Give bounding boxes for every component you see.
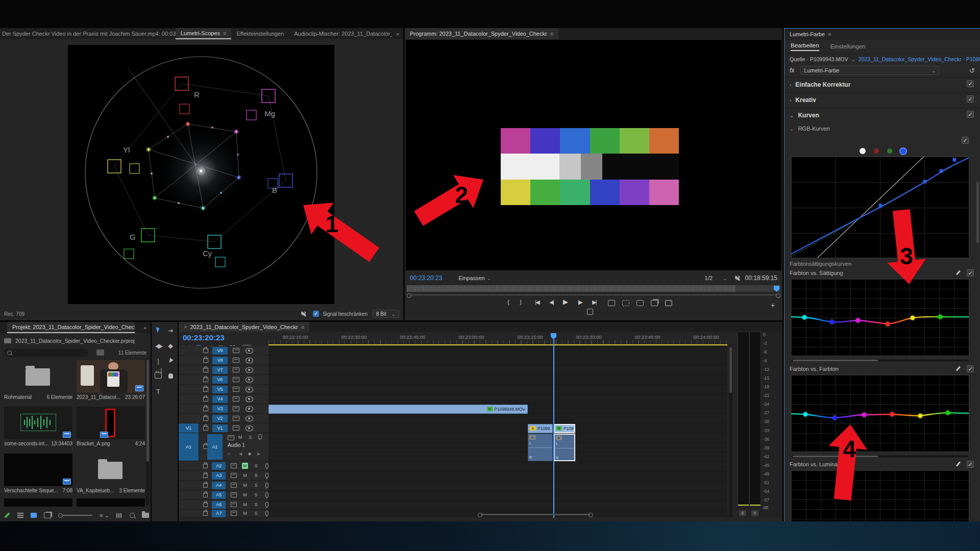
track-name[interactable]: V2 — [212, 415, 228, 422]
lock-icon[interactable] — [203, 387, 208, 392]
clip-a1-right-selected[interactable]: fx L R — [554, 434, 575, 461]
track-name[interactable]: V3 — [212, 405, 228, 413]
slip-tool[interactable]: |↔| — [154, 357, 163, 366]
zoom-bar-right-handle[interactable] — [776, 293, 780, 298]
lock-icon[interactable] — [203, 348, 208, 353]
voiceover-record-icon[interactable] — [265, 492, 269, 497]
tab-bearbeiten[interactable]: Bearbeiten — [791, 42, 819, 51]
curve-point[interactable] — [802, 315, 807, 320]
lock-icon[interactable] — [203, 464, 208, 468]
item-thumb-video[interactable] — [77, 360, 145, 393]
reset-effect-icon[interactable]: ↺ — [969, 67, 975, 74]
solo-button[interactable]: S — [253, 492, 259, 498]
item-name[interactable]: 2023_11_Datacol... — [77, 394, 120, 400]
timeline-track-scrollbar[interactable] — [729, 346, 732, 517]
curve-point[interactable] — [890, 412, 895, 417]
tab-project[interactable]: Projekt: 2023_11_Datacolor_Spider_Video_… — [7, 322, 135, 333]
track-select-forward-tool[interactable]: ⇥ — [166, 326, 175, 335]
razor-tool[interactable]: ◆ — [166, 341, 175, 350]
track-header-a7[interactable]: A7MS — [179, 510, 268, 517]
writable-pencil-icon[interactable] — [4, 512, 10, 518]
track-header-a4[interactable]: A4MS — [179, 481, 268, 490]
section-einfache-korrektur[interactable]: › Einfache Korrektur — [790, 81, 850, 88]
step-back-button[interactable]: ◀| — [546, 297, 557, 307]
signal-limit-checkbox[interactable]: ✓ — [313, 311, 319, 317]
find-icon[interactable] — [130, 513, 135, 518]
hue-hue-eyedropper-icon[interactable] — [955, 366, 962, 372]
hue-sat-graph[interactable] — [791, 279, 969, 356]
curve-point[interactable] — [918, 414, 923, 418]
lock-icon[interactable] — [203, 511, 208, 516]
tab-overflow-chevron-icon[interactable]: » — [139, 324, 151, 331]
solo-button[interactable]: S — [253, 472, 259, 479]
sync-lock-icon[interactable] — [233, 396, 239, 402]
timeline-timecode[interactable]: 00:23:20:23 — [183, 333, 225, 342]
kreativ-checkbox[interactable]: ✓ — [967, 95, 974, 103]
tab-program-monitor[interactable]: Programm: 2023_11_Datacolor_Spyder_Video… — [405, 28, 558, 39]
play-button[interactable]: ▶ — [560, 297, 571, 307]
item-thumb-audio[interactable] — [4, 407, 72, 439]
einfache-korrektur-checkbox[interactable]: ✓ — [967, 80, 974, 87]
eye-icon[interactable] — [246, 425, 253, 431]
hue-luma-checkbox[interactable]: ✓ — [967, 461, 974, 468]
automate-sequence-icon[interactable] — [116, 513, 122, 518]
clip-a1-left[interactable]: fx L R — [528, 434, 553, 461]
hue-hue-scrollbar[interactable] — [791, 455, 969, 458]
panel-menu-icon[interactable]: ≡ — [301, 324, 304, 330]
solo-button[interactable]: S — [247, 434, 254, 440]
project-scrollbar[interactable] — [146, 358, 150, 506]
track-header-v8[interactable]: V8 — [179, 356, 268, 365]
hue-luma-graph[interactable] — [791, 470, 969, 521]
mark-in-button[interactable]: { — [503, 297, 514, 307]
curve-point[interactable] — [879, 204, 883, 208]
tab-source-monitor[interactable]: Der Spyder Checkr Video in der Praxis mi… — [0, 28, 176, 39]
multicam-view-button[interactable] — [663, 299, 674, 309]
track-name[interactable]: V6 — [212, 376, 228, 384]
program-playhead-marker[interactable] — [774, 286, 779, 292]
lock-icon[interactable] — [203, 493, 208, 497]
lock-icon[interactable] — [203, 368, 208, 372]
panel-menu-icon[interactable]: ≡ — [223, 30, 226, 36]
search-input[interactable] — [4, 348, 88, 357]
track-name[interactable]: A3 — [212, 472, 226, 480]
meter-solo-left[interactable]: S — [739, 510, 746, 516]
track-header-v7[interactable]: V7 — [179, 365, 268, 375]
sync-lock-icon[interactable] — [233, 358, 239, 363]
lock-icon[interactable] — [203, 416, 208, 421]
tab-lumetri-color[interactable]: Lumetri-Farbe ≡ — [785, 29, 837, 40]
item-thumb-nested-sequence[interactable] — [4, 454, 72, 486]
tab-effect-controls[interactable]: Effekteinstellungen — [231, 28, 289, 39]
track-name[interactable]: A7 — [212, 510, 226, 517]
program-scrubber[interactable] — [407, 285, 780, 292]
item-thumb-partial[interactable] — [77, 498, 145, 507]
track-name[interactable]: V8 — [212, 357, 228, 364]
hue-luma-eyedropper-icon[interactable] — [955, 461, 962, 467]
track-header-v2[interactable]: V2 — [179, 414, 268, 423]
lock-icon[interactable] — [203, 503, 208, 507]
hue-sat-checkbox[interactable]: ✓ — [967, 269, 974, 277]
hue-sat-scrollbar[interactable] — [791, 359, 969, 362]
eye-icon[interactable] — [246, 367, 253, 373]
panel-menu-icon[interactable]: ≡ — [550, 31, 553, 37]
comparison-view-button[interactable] — [649, 299, 660, 309]
lumetri-panel-scrollbar[interactable] — [976, 182, 979, 335]
item-name[interactable]: VA_Kapitelueb... — [77, 488, 114, 493]
track-name[interactable]: V7 — [212, 366, 228, 374]
meter-solo-right[interactable]: S — [751, 510, 758, 516]
timeline-ruler-ticks[interactable] — [268, 340, 727, 344]
eye-icon[interactable] — [246, 406, 253, 412]
playback-resolution-dropdown[interactable]: 1/2 ⌄ — [702, 274, 730, 283]
eye-icon[interactable] — [246, 358, 253, 363]
track-header-a1[interactable]: A1 A1 M S Audio 1 ○ ◀ ◆ ▶ — [179, 433, 268, 461]
button-editor-plus[interactable]: + — [767, 300, 778, 310]
export-frame-button[interactable] — [634, 299, 646, 309]
lock-icon[interactable] — [203, 473, 208, 478]
track-name[interactable]: V1 — [212, 424, 228, 432]
track-header-a2[interactable]: A2MS — [179, 461, 268, 471]
next-keyframe-icon[interactable]: ▶ — [257, 452, 260, 456]
sync-lock-icon[interactable] — [231, 483, 237, 488]
clip-v3-p1099948[interactable]: fxP1099948.MOV — [268, 405, 528, 414]
go-to-in-button[interactable]: |◀ — [531, 297, 543, 307]
program-zoom-bar[interactable] — [407, 293, 780, 296]
track-name[interactable]: A4 — [212, 482, 226, 489]
